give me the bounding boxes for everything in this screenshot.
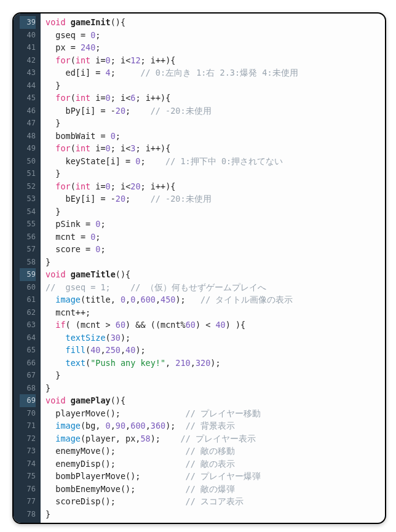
token-ident: [140, 471, 185, 481]
token-op: =: [125, 156, 135, 166]
token-cmt: // -20:未使用: [151, 106, 212, 116]
token-kw: void: [46, 395, 66, 405]
token-op: =: [100, 55, 105, 65]
token-punct: (: [85, 358, 90, 368]
token-op: =: [100, 93, 105, 103]
token-punct: ,: [100, 345, 105, 355]
token-num: 0: [106, 93, 111, 103]
token-op: =: [100, 143, 105, 153]
token-ident: title,: [85, 295, 121, 304]
token-ident: [130, 106, 151, 116]
token-punct: ;: [100, 219, 105, 229]
code-line: for(int i=0; i<3; i++){: [46, 142, 380, 155]
token-num: 40: [125, 345, 135, 355]
token-punct: ){: [165, 55, 175, 65]
code-line: for(int i=0; i<6; i++){: [46, 92, 380, 105]
token-punct: );: [210, 358, 220, 368]
token-punct: (){: [111, 17, 125, 27]
line-number: 46: [20, 105, 36, 117]
token-punct: (: [71, 93, 76, 103]
line-number: 76: [20, 483, 36, 496]
code-line: bEy[i] = -20; // -20:未使用: [46, 193, 380, 205]
token-ident: i: [90, 143, 100, 153]
token-ident: [46, 93, 55, 103]
token-ident: [46, 55, 55, 65]
token-ident: i: [121, 181, 125, 191]
token-ident: [46, 81, 55, 90]
token-op: =: [100, 194, 110, 204]
line-number: 39: [20, 16, 36, 29]
line-number: 50: [20, 155, 36, 168]
token-punct: }: [55, 81, 60, 90]
line-number: 44: [20, 79, 36, 92]
token-punct: ): [196, 320, 205, 330]
token-ident: scoreDisp();: [46, 496, 116, 506]
code-line: }: [46, 508, 380, 521]
token-num: 0: [121, 295, 125, 304]
token-ident: bombPlayerMove();: [46, 471, 140, 481]
token-cmt: // 敵の移動: [186, 446, 235, 456]
line-number: 66: [20, 357, 36, 370]
token-cmt: // タイトル画像の表示: [200, 295, 293, 304]
token-punct: ,: [156, 295, 160, 304]
code-line: for(int i=0; i<12; i++){: [46, 54, 380, 67]
line-number: 68: [20, 382, 36, 395]
token-punct: ,: [146, 421, 151, 431]
token-num: 320: [196, 358, 210, 368]
token-punct: }: [55, 169, 60, 178]
token-cmt: // 1:押下中 0:押されてない: [165, 156, 283, 166]
token-num: 240: [81, 42, 95, 52]
token-punct: ){: [165, 181, 175, 191]
line-number: 43: [20, 66, 36, 79]
token-op: ++: [76, 308, 85, 317]
line-number: 42: [20, 54, 36, 67]
token-ident: [121, 408, 186, 418]
code-line: }: [46, 256, 380, 269]
token-ident: mcnt: [46, 232, 81, 242]
token-ident: bombWait: [46, 131, 100, 141]
code-line: }: [46, 382, 380, 395]
token-ident: bombEnemyMove();: [46, 484, 135, 494]
code-line: bombPlayerMove(); // プレイヤー爆弾: [46, 470, 380, 483]
code-line: textSize(30);: [46, 332, 380, 344]
token-cmt: // スコア表示: [186, 496, 244, 506]
token-ident: i: [121, 55, 125, 65]
line-number: 55: [20, 218, 36, 231]
line-number: 73: [20, 445, 36, 458]
token-ident: [66, 269, 71, 279]
token-num: 20: [130, 181, 140, 191]
token-ident: bg,: [85, 421, 106, 431]
token-punct: );: [165, 421, 175, 431]
token-punct: ;: [85, 308, 90, 317]
token-ident: [46, 143, 55, 153]
token-ident: [46, 320, 55, 330]
token-kw: for: [55, 143, 70, 153]
token-punct: (: [71, 143, 76, 153]
code-line: void gameTitle(){: [46, 268, 380, 281]
code-line: if( (mcnt > 60) && ((mcnt%60) < 40) ){: [46, 319, 380, 332]
code-line: mcnt = 0;: [46, 231, 380, 244]
token-punct: );: [151, 434, 160, 443]
line-number: 77: [20, 495, 36, 508]
token-punct: (: [71, 55, 76, 65]
token-num: 40: [90, 345, 100, 355]
code-line: void gamePlay(){: [46, 394, 380, 407]
token-ident: [66, 395, 71, 405]
line-number: 78: [20, 508, 36, 521]
token-ident: [46, 434, 55, 443]
token-num: 0: [111, 131, 116, 141]
token-num: 360: [151, 421, 165, 431]
token-punct: (: [81, 434, 85, 443]
code-body: 3940414243444546474849505152535455565758…: [14, 14, 385, 523]
token-num: 20: [116, 194, 125, 204]
token-punct: (: [81, 421, 85, 431]
token-num: 20: [116, 106, 125, 116]
token-punct: ;: [95, 30, 100, 40]
token-ident: [46, 118, 55, 128]
token-punct: ;: [111, 68, 116, 77]
code-line: bombEnemyMove(); // 敵の爆弾: [46, 483, 380, 496]
token-op: ++: [156, 55, 165, 65]
token-punct: ;: [111, 181, 121, 191]
code-line: score = 0;: [46, 243, 380, 256]
token-punct: }: [46, 383, 50, 393]
